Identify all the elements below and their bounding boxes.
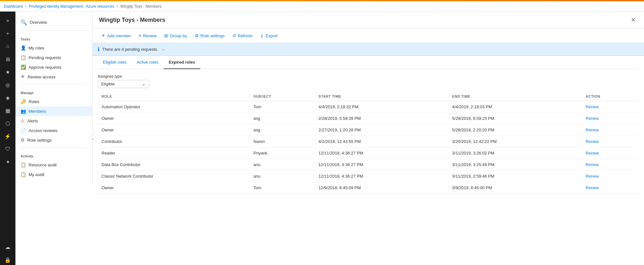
- sidebar-item-overview[interactable]: 🔍 Overview: [15, 17, 92, 28]
- breadcrumb-separator-2: >: [116, 4, 118, 9]
- export-label: Export: [265, 33, 278, 38]
- sidebar-my-audit-label: My audit: [29, 172, 44, 177]
- table-row: Contributor Naren 4/2/2018, 12:43:55 PM …: [98, 136, 639, 147]
- col-action: ACTION: [582, 92, 639, 101]
- renew-button-0[interactable]: Renew: [586, 104, 599, 109]
- tab-active-roles[interactable]: Active roles: [132, 56, 164, 69]
- cell-action-5[interactable]: Renew: [582, 159, 639, 171]
- sidebar-item-members[interactable]: 👥 Members: [15, 106, 92, 116]
- renew-button-2[interactable]: Renew: [586, 128, 599, 132]
- renew-button-5[interactable]: Renew: [586, 162, 599, 167]
- sidebar-item-review-access[interactable]: 👁 Review access: [15, 72, 92, 82]
- cell-end-time-2: 5/28/2019, 2:20:20 PM: [448, 124, 582, 136]
- panel-header: Wingtip Toys - Members ✕: [93, 12, 644, 29]
- refresh-label: Refresh: [238, 33, 253, 38]
- info-arrow-icon[interactable]: →: [161, 47, 165, 52]
- sidebar-item-access-reviews[interactable]: 📄 Access reviews: [15, 126, 92, 135]
- nav-favorites[interactable]: ★: [0, 66, 15, 78]
- nav-lock[interactable]: 🔒: [0, 253, 15, 265]
- sidebar-alerts-label: Alerts: [27, 119, 38, 123]
- filter-row: Assignee type Eligible ⌄: [98, 74, 639, 88]
- star-icon: ★: [5, 69, 10, 75]
- assignee-type-label: Assignee type: [98, 74, 639, 79]
- table-row: Reader Priyank 12/11/2018, 4:36:27 PM 3/…: [98, 147, 639, 159]
- cell-action-7[interactable]: Renew: [582, 182, 639, 194]
- nav-all-services[interactable]: ⊞: [0, 53, 15, 66]
- cell-start-time-7: 12/9/2018, 8:45:09 PM: [315, 182, 448, 194]
- renew-button-4[interactable]: Renew: [586, 151, 599, 155]
- refresh-button[interactable]: ↺ Refresh: [229, 31, 256, 40]
- breadcrumb-dashboard[interactable]: Dashboard: [4, 4, 23, 9]
- col-end-time: END TIME: [448, 92, 582, 101]
- renew-button-1[interactable]: Renew: [586, 116, 599, 121]
- nav-star-2[interactable]: ✦: [0, 155, 15, 168]
- sidebar-roles-label: Roles: [29, 99, 39, 104]
- cell-start-time-5: 12/11/2018, 4:36:27 PM: [315, 159, 448, 171]
- nav-recent[interactable]: ◎: [0, 78, 15, 91]
- sidebar-item-roles[interactable]: 🔑 Roles: [15, 97, 92, 106]
- cell-start-time-4: 12/11/2018, 4:36:27 PM: [315, 147, 448, 159]
- sidebar-collapse-button[interactable]: «: [89, 135, 96, 143]
- nav-extension[interactable]: ⬡: [0, 117, 15, 130]
- sidebar-overview-label: Overview: [30, 20, 47, 25]
- sidebar-members-label: Members: [29, 109, 46, 114]
- col-role: ROLE: [98, 92, 250, 101]
- review-button[interactable]: ≡ Review: [135, 31, 160, 40]
- role-settings-toolbar-icon: ⚙: [195, 33, 199, 38]
- col-start-time: START TIME: [315, 92, 448, 101]
- sidebar-item-alerts[interactable]: ⚠ Alerts: [15, 116, 92, 126]
- table-row: Classic Network Contributor anu 12/11/20…: [98, 171, 639, 182]
- add-member-button[interactable]: ＋ Add member: [98, 31, 134, 40]
- sidebar-item-role-settings[interactable]: ⚙ Role settings: [15, 135, 92, 145]
- cell-action-1[interactable]: Renew: [582, 113, 639, 124]
- sidebar: 🔍 Overview Tasks 👤 My roles 📋 Pending re…: [15, 12, 93, 184]
- nav-cloud[interactable]: ☁: [0, 241, 15, 253]
- assignee-type-select[interactable]: Eligible ⌄: [98, 80, 149, 88]
- renew-button-7[interactable]: Renew: [586, 185, 599, 190]
- nav-security[interactable]: 🛡: [0, 143, 15, 155]
- tab-expired-roles-label: Expired roles: [169, 60, 195, 65]
- sidebar-review-access-label: Review access: [28, 75, 56, 79]
- sidebar-item-my-audit[interactable]: 📋 My audit: [15, 170, 92, 179]
- cell-action-0[interactable]: Renew: [582, 101, 639, 113]
- cell-action-3[interactable]: Renew: [582, 136, 639, 147]
- sidebar-item-pending-requests[interactable]: 📋 Pending requests: [15, 53, 92, 62]
- breadcrumb-pim[interactable]: Privileged Identity Management - Azure r…: [29, 4, 114, 9]
- role-settings-button[interactable]: ⚙ Role settings: [192, 31, 228, 40]
- sidebar-item-approve-requests[interactable]: ✅ Approve requests: [15, 62, 92, 72]
- nav-create[interactable]: ＋: [0, 27, 15, 40]
- pim-icon: ✦: [6, 159, 10, 165]
- nav-resource-groups[interactable]: ◈: [0, 91, 15, 104]
- sidebar-approve-requests-label: Approve requests: [29, 65, 61, 70]
- create-icon: ＋: [5, 30, 10, 37]
- table-row: Owner asg 2/28/2019, 5:59:39 PM 5/29/201…: [98, 113, 639, 124]
- breadcrumb-separator-1: >: [25, 4, 27, 9]
- cell-start-time-2: 2/27/2019, 1:20:28 PM: [315, 124, 448, 136]
- nav-activity[interactable]: ⚡: [0, 130, 15, 143]
- role-settings-icon: ⚙: [21, 137, 25, 143]
- clock-icon: ◎: [5, 82, 10, 88]
- export-button[interactable]: ⤓ Export: [257, 31, 281, 40]
- breadcrumb-current: Wingtip Toys - Members: [120, 4, 161, 9]
- cell-action-2[interactable]: Renew: [582, 124, 639, 136]
- tab-expired-roles[interactable]: Expired roles: [164, 56, 200, 69]
- sidebar-my-roles-label: My roles: [29, 46, 44, 50]
- tab-eligible-roles[interactable]: Eligible roles: [98, 56, 132, 69]
- cell-subject-0: Tom: [250, 101, 315, 113]
- cell-action-6[interactable]: Renew: [582, 171, 639, 182]
- close-button[interactable]: ✕: [629, 15, 638, 24]
- assignee-type-value: Eligible: [101, 82, 115, 86]
- nav-dashboard[interactable]: ▦: [0, 104, 15, 117]
- renew-button-3[interactable]: Renew: [586, 139, 599, 144]
- sidebar-item-my-roles[interactable]: 👤 My roles: [15, 43, 92, 53]
- sidebar-item-resource-audit[interactable]: 📋 Resource audit: [15, 160, 92, 170]
- group-by-button[interactable]: ⊞ Group by: [161, 31, 190, 40]
- cell-action-4[interactable]: Renew: [582, 147, 639, 159]
- table-row: Automation Operator Tom 4/4/2019, 2:18:3…: [98, 101, 639, 113]
- nav-home[interactable]: ⌂: [0, 40, 15, 53]
- access-reviews-icon: 📄: [21, 128, 26, 133]
- overview-icon: 🔍: [21, 19, 27, 25]
- renew-button-6[interactable]: Renew: [586, 174, 599, 179]
- roles-icon: 🔑: [21, 99, 26, 104]
- nav-collapse[interactable]: »: [0, 14, 15, 27]
